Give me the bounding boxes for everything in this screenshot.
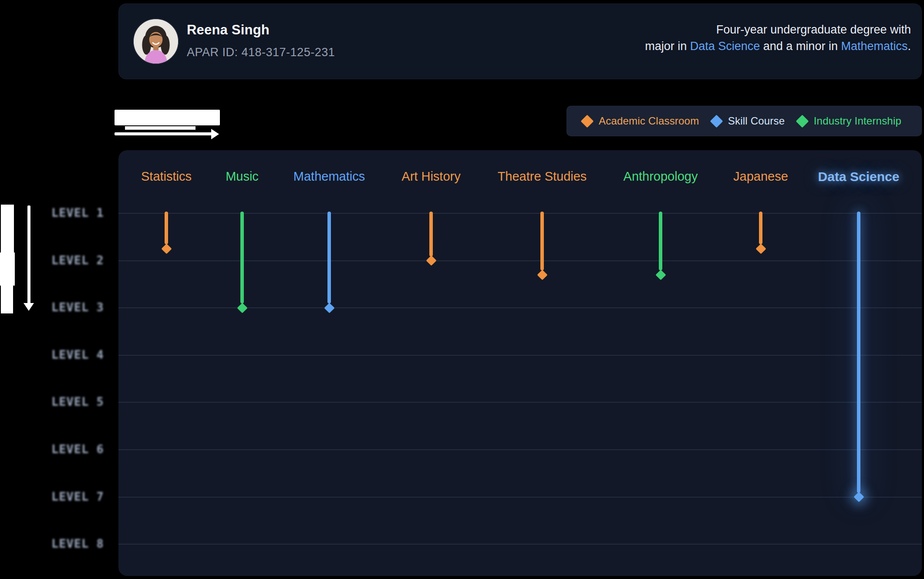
diamond-icon	[710, 114, 723, 128]
data-point-music[interactable]	[237, 303, 247, 313]
redacted-axis-block	[1, 205, 14, 252]
column-header-data-science[interactable]: Data Science	[818, 169, 900, 184]
down-arrow-head-icon	[24, 303, 34, 311]
level-tick-label: LEVEL 7	[51, 490, 108, 505]
legend-item-skill-course[interactable]: Skill Course	[712, 115, 785, 127]
column-header-statistics[interactable]: Statistics	[141, 169, 192, 184]
lollipop-line	[857, 212, 860, 493]
redacted-axis-block	[1, 286, 13, 313]
legend-item-academic-classroom[interactable]: Academic Classroom	[583, 115, 699, 127]
column-header-theatre-studies[interactable]: Theatre Studies	[498, 169, 587, 184]
column-header-anthropology[interactable]: Anthropology	[624, 169, 698, 184]
data-point-statistics[interactable]	[161, 243, 172, 254]
legend-item-label: Skill Course	[728, 115, 785, 127]
legend-item-label: Industry Internship	[814, 115, 901, 127]
level-tick-label: LEVEL 3	[51, 300, 108, 315]
gridline	[118, 497, 922, 498]
level-tick-label: LEVEL 4	[51, 348, 108, 363]
page: { "profile": { "name": "Reena Singh", "a…	[0, 0, 924, 579]
legend-item-industry-internship[interactable]: Industry Internship	[798, 115, 901, 127]
redacted-title-block	[115, 110, 220, 125]
diamond-icon	[796, 114, 809, 128]
gridline	[118, 355, 922, 356]
profile-apar-id: APAR ID: 418-317-125-231	[187, 46, 335, 59]
avatar	[133, 18, 179, 64]
data-point-theatre-studies[interactable]	[537, 269, 547, 280]
profile-card: Reena Singh APAR ID: 418-317-125-231 Fou…	[118, 3, 922, 79]
level-tick-label: LEVEL 6	[51, 442, 108, 457]
data-point-mathematics[interactable]	[324, 303, 334, 313]
gridline	[118, 449, 922, 450]
diamond-icon	[581, 114, 594, 128]
gridline	[118, 213, 922, 214]
degree-minor-link[interactable]: Mathematics	[841, 40, 907, 53]
column-header-japanese[interactable]: Japanese	[733, 169, 788, 184]
degree-description: Four-year undergraduate degree with majo…	[645, 21, 911, 54]
gridline	[118, 544, 922, 545]
data-point-japanese[interactable]	[755, 243, 766, 254]
level-tick-label: LEVEL 1	[51, 206, 108, 221]
lollipop-line	[540, 212, 544, 270]
redacted-subtitle-block	[125, 126, 196, 130]
right-arrow-head-icon	[211, 129, 219, 139]
column-header-art-history[interactable]: Art History	[401, 169, 460, 184]
lollipop-line	[429, 212, 433, 256]
gridline	[118, 402, 922, 403]
lollipop-line	[327, 212, 331, 303]
legend-item-label: Academic Classroom	[599, 115, 699, 127]
data-point-anthropology[interactable]	[655, 269, 666, 280]
right-arrow-icon	[115, 132, 212, 135]
data-point-data-science[interactable]	[853, 492, 864, 502]
column-header-music[interactable]: Music	[226, 169, 259, 184]
level-tick-label: LEVEL 5	[51, 395, 108, 410]
degree-major-link[interactable]: Data Science	[690, 40, 760, 53]
data-point-art-history[interactable]	[426, 256, 436, 266]
redacted-axis-block	[0, 252, 15, 286]
lollipop-line	[240, 212, 244, 303]
down-arrow-icon	[27, 205, 30, 304]
column-header-mathematics[interactable]: Mathematics	[293, 169, 365, 184]
degree-line2-prefix: major in	[645, 40, 690, 53]
level-tick-label: LEVEL 2	[51, 253, 108, 268]
lollipop-line	[165, 212, 168, 244]
lollipop-line	[659, 212, 662, 270]
level-tick-label: LEVEL 8	[51, 537, 108, 552]
chart-title-redacted	[115, 109, 223, 142]
gridline	[118, 260, 922, 261]
y-axis-title-redacted	[0, 204, 37, 315]
degree-line2-suffix: .	[907, 40, 911, 53]
profile-name: Reena Singh	[187, 22, 270, 38]
degree-line2-middle: and a minor in	[760, 40, 841, 53]
degree-line1: Four-year undergraduate degree with	[716, 23, 911, 36]
lollipop-line	[759, 212, 762, 244]
avatar-illustration	[134, 19, 178, 64]
chart-legend: Academic Classroom Skill Course Industry…	[567, 106, 922, 136]
progress-chart: StatisticsMusicMathematicsArt HistoryThe…	[118, 150, 922, 576]
